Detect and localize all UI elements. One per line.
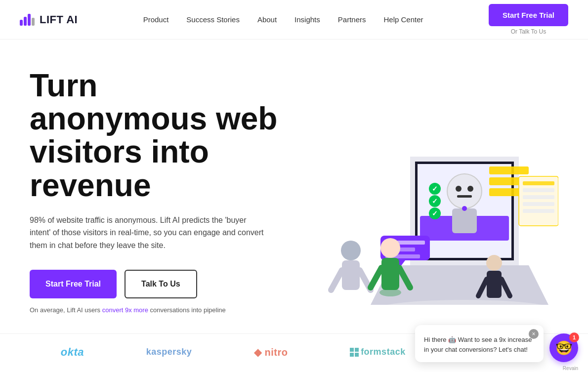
logo[interactable]: LIFT AI [20,13,78,26]
chat-widget: × Hi there 🤖 Want to see a 9x increase i… [415,325,578,362]
svg-rect-36 [342,260,360,290]
hero-buttons: Start Free Trial Talk To Us [30,270,282,298]
svg-rect-13 [452,208,477,233]
svg-rect-52 [355,353,359,357]
svg-rect-49 [350,348,354,352]
chat-bubble: × Hi there 🤖 Want to see a 9x increase i… [415,325,544,362]
logo-text: LIFT AI [40,13,78,26]
logo-formstack: formstack [350,347,406,357]
nav-link-product[interactable]: Product [143,15,169,24]
svg-text:✓: ✓ [432,209,438,217]
nav-link-partners[interactable]: Partners [338,15,366,24]
svg-point-10 [456,186,462,192]
revain-label: Revain [563,366,578,371]
hero-footnote-prefix: On average, Lift AI users [30,306,102,314]
hero-footnote-link[interactable]: convert 9x more [102,306,148,314]
svg-text:✓: ✓ [432,185,438,193]
chat-notification-badge: 1 [569,332,579,342]
hero-svg-illustration: ✓ ✓ ✓ [282,78,558,305]
chat-avatar-button[interactable]: 🤓 1 [549,333,578,362]
svg-rect-27 [523,195,554,199]
svg-rect-50 [355,348,359,352]
svg-point-9 [447,174,482,208]
svg-rect-45 [487,271,502,298]
svg-rect-51 [350,353,354,357]
nav-item-help-center[interactable]: Help Center [384,15,423,24]
nav-link-insights[interactable]: Insights [294,15,320,24]
nav-item-product[interactable]: Product [143,15,169,24]
svg-point-11 [467,186,473,192]
logo-nitro: ◆ nitro [254,346,288,358]
svg-line-37 [331,270,342,290]
svg-rect-2 [28,14,31,26]
navbar: LIFT AI Product Success Stories About In… [0,0,588,40]
svg-rect-26 [523,188,554,192]
svg-rect-15 [489,166,529,174]
nav-links: Product Success Stories About Insights P… [143,15,423,24]
svg-point-14 [462,206,467,211]
svg-point-44 [486,255,502,271]
hero-content: Turn anonymous web visitors into revenue… [30,69,282,314]
nav-link-success-stories[interactable]: Success Stories [186,15,240,24]
nav-item-partners[interactable]: Partners [338,15,366,24]
svg-point-43 [379,289,401,296]
svg-rect-40 [381,258,399,290]
hero-subtitle: 98% of website traffic is anonymous. Lif… [30,214,267,252]
nav-cta: Start Free Trial Or Talk To Us [489,4,568,35]
logo-okta: okta [61,346,84,359]
svg-point-35 [341,241,361,260]
nav-item-about[interactable]: About [257,15,277,24]
svg-point-39 [380,238,400,258]
hero-footnote-suffix: conversations into pipeline [148,306,226,314]
hero-title: Turn anonymous web visitors into revenue [30,69,282,202]
svg-text:✓: ✓ [432,197,438,205]
svg-rect-12 [457,195,472,198]
nav-or-talk: Or Talk To Us [511,28,546,35]
logo-kaspersky: kaspersky [146,347,192,357]
nav-item-success-stories[interactable]: Success Stories [186,15,240,24]
svg-rect-0 [20,20,23,26]
hero-start-trial-button[interactable]: Start Free Trial [30,270,117,298]
hero-talk-to-us-button[interactable]: Talk To Us [125,270,197,298]
svg-rect-1 [24,17,27,26]
nav-link-help-center[interactable]: Help Center [384,15,423,24]
svg-line-41 [371,268,381,288]
svg-rect-28 [523,202,554,206]
logo-icon [20,14,36,26]
svg-rect-29 [523,209,554,213]
svg-rect-3 [32,18,35,26]
nav-link-about[interactable]: About [257,15,277,24]
hero-footnote: On average, Lift AI users convert 9x mor… [30,306,282,314]
chat-bubble-text: Hi there 🤖 Want to see a 9x increase in … [424,335,535,354]
svg-rect-25 [523,181,554,185]
hero-section: Turn anonymous web visitors into revenue… [0,40,588,333]
nav-item-insights[interactable]: Insights [294,15,320,24]
chat-avatar-emoji: 🤓 [555,340,573,356]
nav-start-trial-button[interactable]: Start Free Trial [489,4,568,26]
hero-illustration: ✓ ✓ ✓ [282,73,558,310]
chat-close-button[interactable]: × [529,329,539,339]
